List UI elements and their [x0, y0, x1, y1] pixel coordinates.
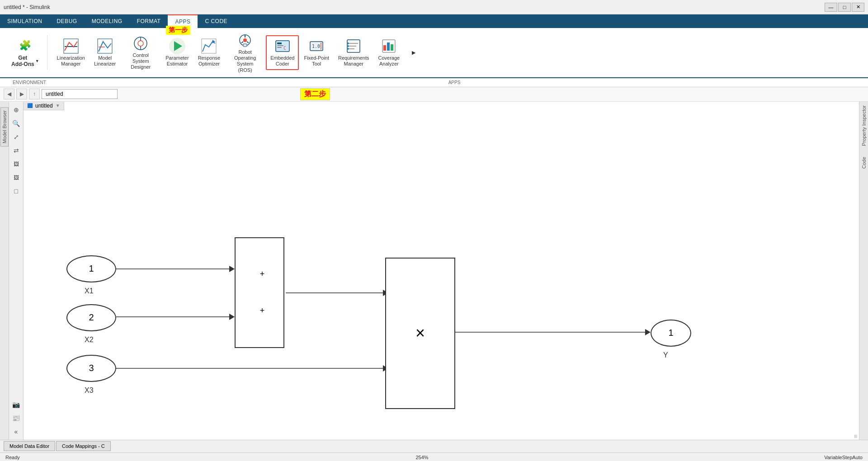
solver-info: VariableStepAuto — [824, 455, 863, 460]
titlebar: untitled * - Simulink — □ ✕ — [0, 0, 868, 14]
parameter-estimator-button[interactable]: ParameterEstimator — [161, 36, 193, 69]
property-inspector-tab[interactable]: Property Inspector — [860, 102, 868, 150]
apps-section-label: APPS — [44, 80, 864, 85]
control-system-designer-label: Control SystemDesigner — [125, 52, 156, 71]
x3-label: X3 — [85, 386, 94, 395]
x1-block[interactable]: 1 — [66, 255, 116, 282]
response-optimizer-icon — [201, 38, 217, 54]
svg-point-28 — [347, 42, 349, 44]
environment-section-label: ENVIRONMENT — [4, 80, 44, 85]
ros-icon — [237, 32, 253, 48]
image2-button[interactable]: 🖼 — [10, 171, 23, 184]
sum-block[interactable]: + + — [235, 237, 284, 348]
menu-item-simulation[interactable]: SIMULATION — [0, 14, 49, 28]
svg-rect-34 — [391, 44, 393, 51]
window-controls: — □ ✕ — [825, 3, 864, 12]
svg-point-29 — [347, 45, 349, 47]
camera-button[interactable]: 📷 — [10, 398, 23, 411]
breadcrumb-input[interactable] — [42, 89, 118, 99]
requirements-manager-button[interactable]: RequirementsManager — [334, 36, 373, 69]
svg-rect-2 — [98, 39, 112, 53]
svg-point-11 — [243, 38, 247, 42]
menubar: SIMULATIONDEBUGMODELINGFORMATAPPSC CODE — [0, 14, 868, 28]
product-block[interactable]: × — [385, 258, 455, 409]
model-tab: 🟦 untitled ▼ — [24, 102, 64, 110]
x2-block[interactable]: 2 — [66, 304, 116, 331]
linearization-manager-icon — [63, 38, 79, 54]
coverage-analyzer-icon — [381, 38, 397, 54]
svg-rect-18 — [277, 45, 283, 46]
maximize-button[interactable]: □ — [838, 3, 851, 12]
svg-rect-15 — [243, 44, 247, 47]
close-button[interactable]: ✕ — [852, 3, 864, 12]
embedded-coder-icon: C — [274, 38, 291, 54]
sum-plus1: + — [260, 269, 265, 279]
x1-label: X1 — [85, 287, 94, 295]
svg-line-14 — [241, 42, 243, 43]
product-symbol: × — [415, 324, 425, 343]
get-addons-button[interactable]: 🧩 GetAdd-Ons ▼ — [7, 35, 43, 70]
parameter-estimator-wrapper: 第一步 ParameterEstimator — [161, 36, 193, 69]
zoom-button[interactable]: 🔍 — [10, 117, 23, 130]
model-tab-label: untitled — [35, 103, 53, 109]
x3-value: 3 — [89, 363, 94, 373]
robot-operating-system-button[interactable]: Robot OperatingSystem (ROS) — [225, 30, 265, 75]
fixed-point-tool-icon: 1.0 — [308, 38, 325, 54]
svg-text:C: C — [283, 46, 286, 51]
output-block[interactable]: 1 — [651, 320, 691, 347]
apps-section: LinearizationManager ModelLinearizer Con… — [49, 30, 408, 75]
fixed-point-tool-label: Fixed-PointTool — [304, 55, 329, 67]
block-button[interactable]: □ — [10, 185, 23, 198]
code-tab[interactable]: Code — [860, 153, 868, 172]
linearization-manager-button[interactable]: LinearizationManager — [53, 36, 89, 69]
model-linearizer-button[interactable]: ModelLinearizer — [90, 36, 120, 69]
svg-marker-38 — [229, 314, 235, 320]
split-view-button[interactable]: ⇄ — [10, 144, 23, 157]
more-apps-button[interactable]: ▶ — [409, 37, 418, 68]
model-linearizer-icon — [97, 38, 113, 54]
fit-view-button[interactable]: ⤢ — [10, 131, 23, 143]
status-text: Ready — [5, 455, 20, 460]
minimize-button[interactable]: — — [825, 3, 837, 12]
sum-plus2: + — [260, 306, 265, 315]
step1-annotation: 第一步 — [166, 26, 190, 35]
ros-label: Robot OperatingSystem (ROS) — [229, 49, 261, 73]
model-browser-tab[interactable]: Model Browser — [0, 107, 9, 146]
embedded-coder-button[interactable]: C EmbeddedCoder — [266, 35, 299, 70]
svg-rect-17 — [277, 42, 282, 44]
add-block-button[interactable]: ⊕ — [10, 103, 23, 116]
control-system-designer-icon — [132, 35, 149, 52]
model-data-editor-tab[interactable]: Model Data Editor — [4, 441, 55, 451]
canvas-area: 🟦 untitled ▼ 1 — [24, 102, 859, 440]
model-browser-panel: Model Browser — [0, 102, 9, 440]
model-tab-arrow[interactable]: ▼ — [56, 103, 60, 108]
info-button[interactable]: 📰 — [10, 412, 23, 424]
menu-item-modeling[interactable]: MODELING — [85, 14, 130, 28]
x2-value: 2 — [89, 312, 94, 323]
svg-text:1.0: 1.0 — [312, 44, 320, 49]
collapse-button[interactable]: « — [10, 425, 23, 438]
menu-item-debug[interactable]: DEBUG — [49, 14, 84, 28]
code-mappings-tab[interactable]: Code Mappings - C — [56, 441, 111, 451]
model-linearizer-label: ModelLinearizer — [94, 55, 116, 67]
control-system-designer-button[interactable]: Control SystemDesigner — [121, 33, 160, 73]
coverage-analyzer-button[interactable]: CoverageAnalyzer — [374, 36, 404, 69]
main-area: Model Browser ⊕ 🔍 ⤢ ⇄ 🖼 🖼 □ 📷 📰 « 🟦 unti… — [0, 102, 868, 440]
up-button[interactable]: ↑ — [29, 89, 40, 99]
back-button[interactable]: ◀ — [4, 89, 14, 99]
response-optimizer-button[interactable]: ResponseOptimizer — [194, 36, 225, 69]
get-addons-label: GetAdd-Ons — [11, 55, 34, 67]
fixed-point-tool-button[interactable]: 1.0 Fixed-PointTool — [300, 36, 333, 69]
addons-icon: 🧩 — [17, 38, 33, 54]
ribbon: 🧩 GetAdd-Ons ▼ LinearizationManager Mode… — [0, 28, 868, 78]
menu-item-c-code[interactable]: C CODE — [198, 14, 235, 28]
image-button[interactable]: 🖼 — [10, 158, 23, 170]
svg-marker-7 — [174, 41, 182, 51]
menu-item-format[interactable]: FORMAT — [130, 14, 168, 28]
right-panel: Property Inspector Code — [859, 102, 868, 440]
svg-rect-32 — [383, 45, 386, 51]
x3-block[interactable]: 3 — [66, 355, 116, 382]
forward-button[interactable]: ▶ — [16, 89, 27, 99]
environment-section: 🧩 GetAdd-Ons ▼ — [4, 35, 47, 70]
output-label: Y — [663, 351, 668, 359]
